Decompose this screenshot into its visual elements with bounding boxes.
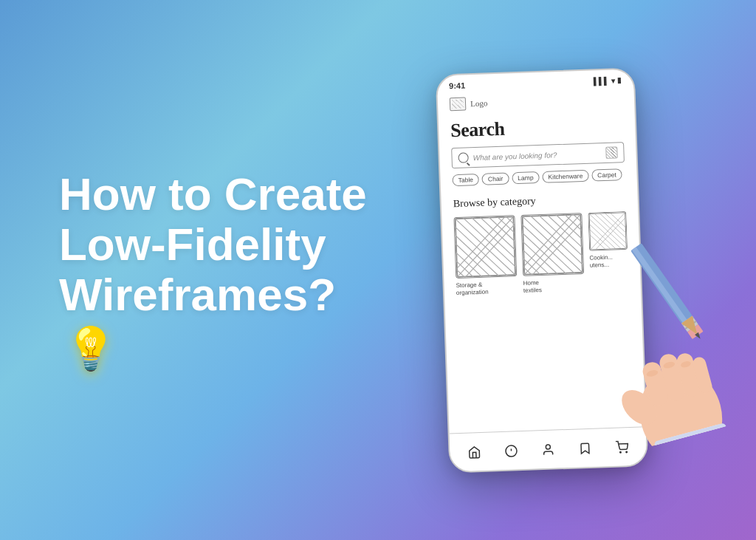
tag-kitchenware[interactable]: Kitchenware bbox=[542, 169, 588, 182]
nav-info-icon[interactable] bbox=[503, 442, 520, 459]
svg-point-49 bbox=[546, 444, 550, 448]
category-label-storage: Storage &organization bbox=[456, 280, 518, 298]
filter-icon bbox=[605, 146, 618, 159]
search-placeholder: What are you looking for? bbox=[472, 148, 605, 161]
status-time: 9:41 bbox=[449, 81, 465, 90]
tag-carpet[interactable]: Carpet bbox=[591, 168, 622, 181]
tag-row: Table Chair Lamp Kitchenware Carpet bbox=[452, 168, 625, 185]
tag-table[interactable]: Table bbox=[452, 173, 479, 185]
search-title: Search bbox=[450, 114, 624, 142]
category-image-storage bbox=[453, 215, 517, 278]
signal-icon: ▌▌▌ bbox=[594, 76, 610, 85]
search-icon bbox=[458, 152, 468, 163]
logo-row: Logo bbox=[450, 92, 622, 111]
tag-lamp[interactable]: Lamp bbox=[512, 171, 540, 184]
heading-line2: Low-Fidelity bbox=[59, 219, 326, 270]
main-background: How to Create Low-Fidelity Wireframes? 💡… bbox=[0, 0, 756, 540]
category-storage[interactable]: Storage &organization bbox=[453, 215, 518, 298]
nav-home-icon[interactable] bbox=[466, 443, 483, 460]
search-input-row[interactable]: What are you looking for? bbox=[451, 142, 625, 168]
heading-line3: Wireframes? bbox=[59, 269, 336, 320]
main-heading: How to Create Low-Fidelity Wireframes? 💡 bbox=[59, 169, 387, 372]
browse-title: Browse by category bbox=[453, 191, 626, 209]
tag-chair[interactable]: Chair bbox=[482, 172, 509, 185]
svg-rect-53 bbox=[632, 247, 687, 322]
logo-text: Logo bbox=[470, 98, 488, 108]
battery-icon: ▮ bbox=[617, 75, 622, 83]
logo-image-placeholder bbox=[450, 97, 467, 111]
left-section: How to Create Low-Fidelity Wireframes? 💡 bbox=[59, 169, 387, 372]
right-section: 9:41 ▌▌▌ ▾ ▮ Logo Search bbox=[387, 56, 697, 485]
bulb-emoji: 💡 bbox=[65, 326, 117, 372]
nav-bookmark-icon[interactable] bbox=[577, 440, 594, 457]
nav-profile-icon[interactable] bbox=[540, 440, 557, 457]
wifi-icon: ▾ bbox=[611, 75, 615, 83]
status-icons: ▌▌▌ ▾ ▮ bbox=[594, 75, 622, 84]
heading-line1: How to Create bbox=[59, 168, 367, 219]
